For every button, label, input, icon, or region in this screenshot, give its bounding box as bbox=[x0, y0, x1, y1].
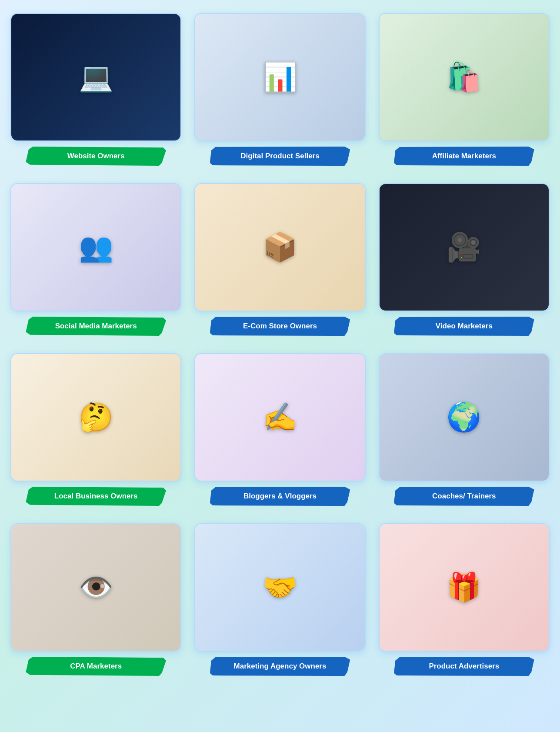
video-marketers-illustration: 🎥 bbox=[380, 184, 549, 311]
card-product-advertisers: 🎁Product Advertisers bbox=[379, 523, 550, 676]
coaches-trainers-label-wrapper: Coaches/ Trainers bbox=[379, 487, 550, 506]
local-business-owners-label-wrapper: Local Business Owners bbox=[10, 487, 181, 506]
bloggers-vloggers-illustration: ✍️ bbox=[195, 354, 364, 481]
cpa-marketers-label-wrapper: CPA Marketers bbox=[10, 657, 181, 676]
coaches-trainers-image: 🌍 bbox=[379, 353, 550, 481]
card-cpa-marketers: 👁️CPA Marketers bbox=[10, 523, 181, 676]
website-owners-label: Website Owners bbox=[26, 147, 166, 166]
ecom-store-owners-image: 📦 bbox=[194, 183, 365, 311]
digital-product-sellers-illustration: 📊 bbox=[195, 14, 364, 140]
digital-product-sellers-label: Digital Product Sellers bbox=[210, 147, 350, 166]
card-local-business-owners: 🤔Local Business Owners bbox=[10, 353, 181, 506]
affiliate-marketers-illustration: 🛍️ bbox=[380, 14, 549, 140]
card-affiliate-marketers: 🛍️Affiliate Marketers bbox=[379, 13, 550, 166]
local-business-owners-illustration: 🤔 bbox=[11, 354, 180, 481]
card-bloggers-vloggers: ✍️Bloggers & Vloggers bbox=[194, 353, 365, 506]
cpa-marketers-label: CPA Marketers bbox=[26, 657, 166, 676]
ecom-store-owners-label: E-Com Store Owners bbox=[210, 317, 350, 336]
digital-product-sellers-label-wrapper: Digital Product Sellers bbox=[194, 147, 365, 166]
website-owners-illustration: 💻 bbox=[11, 14, 180, 140]
card-ecom-store-owners: 📦E-Com Store Owners bbox=[194, 183, 365, 336]
bloggers-vloggers-image: ✍️ bbox=[194, 353, 365, 481]
video-marketers-image: 🎥 bbox=[379, 183, 550, 311]
product-advertisers-label: Product Advertisers bbox=[394, 657, 534, 676]
coaches-trainers-illustration: 🌍 bbox=[380, 354, 549, 481]
cards-grid: 💻Website Owners📊Digital Product Sellers🛍… bbox=[10, 13, 550, 676]
social-media-marketers-image: 👥 bbox=[10, 183, 181, 311]
cpa-marketers-illustration: 👁️ bbox=[11, 524, 180, 651]
product-advertisers-illustration: 🎁 bbox=[380, 524, 549, 651]
product-advertisers-label-wrapper: Product Advertisers bbox=[379, 657, 550, 676]
marketing-agency-owners-label: Marketing Agency Owners bbox=[210, 657, 350, 676]
local-business-owners-image: 🤔 bbox=[10, 353, 181, 481]
card-video-marketers: 🎥Video Marketers bbox=[379, 183, 550, 336]
marketing-agency-owners-image: 🤝 bbox=[194, 523, 365, 652]
card-digital-product-sellers: 📊Digital Product Sellers bbox=[194, 13, 365, 166]
affiliate-marketers-label: Affiliate Marketers bbox=[394, 147, 534, 166]
video-marketers-label-wrapper: Video Marketers bbox=[379, 317, 550, 336]
coaches-trainers-label: Coaches/ Trainers bbox=[394, 487, 534, 506]
card-coaches-trainers: 🌍Coaches/ Trainers bbox=[379, 353, 550, 506]
affiliate-marketers-label-wrapper: Affiliate Marketers bbox=[379, 147, 550, 166]
video-marketers-label: Video Marketers bbox=[394, 317, 534, 336]
card-marketing-agency-owners: 🤝Marketing Agency Owners bbox=[194, 523, 365, 676]
social-media-marketers-illustration: 👥 bbox=[11, 184, 180, 311]
social-media-marketers-label-wrapper: Social Media Marketers bbox=[10, 317, 181, 336]
marketing-agency-owners-label-wrapper: Marketing Agency Owners bbox=[194, 657, 365, 676]
social-media-marketers-label: Social Media Marketers bbox=[26, 317, 166, 336]
cpa-marketers-image: 👁️ bbox=[10, 523, 181, 652]
marketing-agency-owners-illustration: 🤝 bbox=[195, 524, 364, 651]
website-owners-image: 💻 bbox=[10, 13, 181, 141]
ecom-store-owners-illustration: 📦 bbox=[195, 184, 364, 311]
digital-product-sellers-image: 📊 bbox=[194, 13, 365, 141]
card-website-owners: 💻Website Owners bbox=[10, 13, 181, 166]
bloggers-vloggers-label-wrapper: Bloggers & Vloggers bbox=[194, 487, 365, 506]
bloggers-vloggers-label: Bloggers & Vloggers bbox=[210, 487, 350, 506]
affiliate-marketers-image: 🛍️ bbox=[379, 13, 550, 141]
local-business-owners-label: Local Business Owners bbox=[26, 487, 166, 506]
website-owners-label-wrapper: Website Owners bbox=[10, 147, 181, 166]
card-social-media-marketers: 👥Social Media Marketers bbox=[10, 183, 181, 336]
product-advertisers-image: 🎁 bbox=[379, 523, 550, 652]
ecom-store-owners-label-wrapper: E-Com Store Owners bbox=[194, 317, 365, 336]
